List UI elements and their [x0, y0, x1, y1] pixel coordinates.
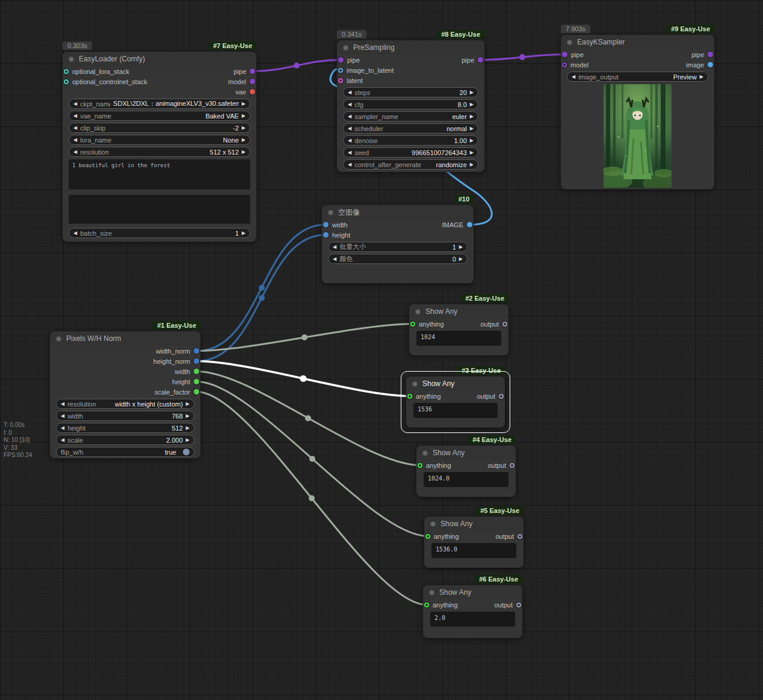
collapse-dot-icon[interactable] — [567, 40, 572, 45]
widget-clip-skip[interactable]: ◀ clip_skip -2 ▶ — [69, 123, 250, 133]
node-easyloader[interactable]: 0.303s #7 Easy-Use EasyLoader (Comfy) op… — [63, 52, 256, 242]
node-presampling[interactable]: 0.341s #8 Easy-Use PreSampling pipe pipe… — [337, 40, 484, 172]
input-slot-anything[interactable] — [407, 394, 412, 399]
input-slot-height[interactable] — [323, 232, 329, 238]
increment-arrow-icon[interactable]: ▶ — [242, 150, 246, 155]
output-slot-output[interactable] — [502, 322, 507, 327]
decrement-arrow-icon[interactable]: ◀ — [333, 257, 336, 262]
increment-arrow-icon[interactable]: ▶ — [470, 90, 474, 95]
increment-arrow-icon[interactable]: ▶ — [470, 126, 474, 131]
widget-sampler-name[interactable]: ◀ sampler_name euler ▶ — [343, 111, 478, 121]
increment-arrow-icon[interactable]: ▶ — [242, 138, 246, 143]
show-any-value[interactable]: 2.0 — [430, 612, 515, 627]
show-any-value[interactable]: 1536.0 — [431, 543, 516, 558]
increment-arrow-icon[interactable]: ▶ — [242, 102, 246, 106]
widget-flip-wh-toggle[interactable]: flip_w/h true — [56, 447, 194, 457]
node-title-bar[interactable]: 空图像 — [322, 205, 474, 220]
node-title-bar[interactable]: EasyLoader (Comfy) — [63, 52, 256, 66]
decrement-arrow-icon[interactable]: ◀ — [348, 102, 351, 107]
increment-arrow-icon[interactable]: ▶ — [242, 126, 246, 130]
increment-arrow-icon[interactable]: ▶ — [470, 162, 474, 167]
increment-arrow-icon[interactable]: ▶ — [459, 245, 463, 250]
increment-arrow-icon[interactable]: ▶ — [242, 114, 246, 118]
node-title-bar[interactable]: Show Any — [409, 304, 508, 319]
decrement-arrow-icon[interactable]: ◀ — [73, 114, 77, 118]
decrement-arrow-icon[interactable]: ◀ — [348, 162, 351, 167]
widget-cfg[interactable]: ◀ cfg 8.0 ▶ — [343, 99, 478, 109]
widget-batch-size[interactable]: ◀ batch_size 1 ▶ — [69, 228, 250, 238]
show-any-value[interactable]: 1024 — [416, 331, 501, 346]
node-show-any-3[interactable]: #3 Easy-Use Show Any anything output 153… — [406, 376, 505, 428]
input-slot-latent[interactable] — [338, 78, 343, 83]
widget-lora-name[interactable]: ◀ lora_name None ▶ — [69, 135, 250, 145]
output-slot-height-norm[interactable] — [194, 358, 199, 364]
decrement-arrow-icon[interactable]: ◀ — [73, 102, 77, 106]
collapse-dot-icon[interactable] — [422, 450, 428, 456]
increment-arrow-icon[interactable]: ▶ — [186, 426, 190, 431]
output-slot-pipe[interactable] — [478, 57, 483, 63]
node-empty-image[interactable]: #10 空图像 width IMAGE height ◀ 批量大小 1 ▶ ◀ … — [322, 205, 474, 283]
increment-arrow-icon[interactable]: ▶ — [470, 114, 474, 119]
widget-image-output[interactable]: ◀ image_output Preview ▶ — [567, 72, 708, 82]
link-midpoint-dot[interactable] — [309, 456, 315, 462]
widget-batch-size-cn[interactable]: ◀ 批量大小 1 ▶ — [328, 242, 468, 252]
increment-arrow-icon[interactable]: ▶ — [470, 150, 474, 155]
decrement-arrow-icon[interactable]: ◀ — [348, 138, 351, 143]
widget-denoise[interactable]: ◀ denoise 1.00 ▶ — [343, 135, 478, 146]
decrement-arrow-icon[interactable]: ◀ — [73, 231, 77, 236]
link-midpoint-dot[interactable] — [305, 416, 311, 422]
increment-arrow-icon[interactable]: ▶ — [700, 75, 703, 79]
link-midpoint-dot[interactable] — [294, 63, 300, 69]
decrement-arrow-icon[interactable]: ◀ — [572, 75, 575, 79]
decrement-arrow-icon[interactable]: ◀ — [348, 126, 351, 131]
node-title-bar[interactable]: Show Any — [424, 517, 524, 531]
toggle-knob-icon[interactable] — [183, 449, 190, 455]
decrement-arrow-icon[interactable]: ◀ — [73, 138, 77, 143]
input-slot-optional-lora-stack[interactable] — [64, 69, 69, 74]
output-slot-output[interactable] — [516, 603, 521, 607]
output-slot-width-norm[interactable] — [194, 348, 199, 354]
output-slot-output[interactable] — [517, 534, 522, 539]
link-midpoint-dot[interactable] — [309, 496, 315, 502]
decrement-arrow-icon[interactable]: ◀ — [61, 402, 64, 407]
input-slot-pipe[interactable] — [338, 57, 344, 63]
output-slot-height[interactable] — [194, 379, 199, 384]
show-any-value[interactable]: 1536 — [413, 403, 498, 418]
node-pixels-wh-norm[interactable]: #1 Easy-Use Pixels W/H Norm width_norm h… — [50, 331, 200, 458]
output-slot-image[interactable] — [467, 222, 472, 227]
collapse-dot-icon[interactable] — [415, 309, 421, 315]
widget-width[interactable]: ◀ width 768 ▶ — [56, 411, 194, 421]
collapse-dot-icon[interactable] — [56, 336, 61, 342]
collapse-dot-icon[interactable] — [69, 57, 74, 62]
link-midpoint-dot[interactable] — [259, 285, 265, 291]
widget-ckpt-name[interactable]: ◀ ckpt_name SDXL\2DXL：animagineXLV3_v30.… — [69, 99, 250, 109]
widget-seed[interactable]: ◀ seed 996651007264343 ▶ — [343, 147, 478, 158]
link-midpoint-dot[interactable] — [300, 375, 307, 382]
input-slot-pipe[interactable] — [562, 52, 567, 57]
input-slot-model[interactable] — [562, 63, 567, 67]
decrement-arrow-icon[interactable]: ◀ — [348, 114, 351, 119]
node-title-bar[interactable]: Show Any — [423, 585, 522, 600]
widget-scale[interactable]: ◀ scale 2.000 ▶ — [56, 435, 194, 445]
decrement-arrow-icon[interactable]: ◀ — [61, 438, 64, 443]
widget-steps[interactable]: ◀ steps 20 ▶ — [343, 87, 478, 97]
positive-prompt-textarea[interactable]: 1 beautiful girl in the forest — [69, 159, 250, 189]
output-slot-width[interactable] — [194, 369, 199, 374]
input-slot-optional-controlnet-stack[interactable] — [64, 79, 69, 84]
increment-arrow-icon[interactable]: ▶ — [459, 257, 463, 262]
increment-arrow-icon[interactable]: ▶ — [186, 402, 190, 407]
input-slot-anything[interactable] — [425, 534, 430, 539]
link-midpoint-dot[interactable] — [259, 295, 265, 301]
widget-height[interactable]: ◀ height 512 ▶ — [56, 423, 194, 433]
node-ksampler[interactable]: 7.903s #9 Easy-Use EasyKSampler pipe pip… — [561, 35, 714, 189]
node-title-bar[interactable]: Pixels W/H Norm — [50, 331, 200, 346]
increment-arrow-icon[interactable]: ▶ — [186, 438, 190, 443]
output-slot-pipe[interactable] — [250, 69, 255, 74]
decrement-arrow-icon[interactable]: ◀ — [61, 426, 64, 431]
input-slot-anything[interactable] — [410, 322, 415, 327]
node-show-any-5[interactable]: #5 Easy-Use Show Any anything output 153… — [424, 517, 524, 568]
collapse-dot-icon[interactable] — [429, 590, 434, 595]
node-show-any-2[interactable]: #2 Easy-Use Show Any anything output 102… — [409, 304, 508, 355]
decrement-arrow-icon[interactable]: ◀ — [333, 245, 336, 250]
collapse-dot-icon[interactable] — [430, 521, 436, 527]
